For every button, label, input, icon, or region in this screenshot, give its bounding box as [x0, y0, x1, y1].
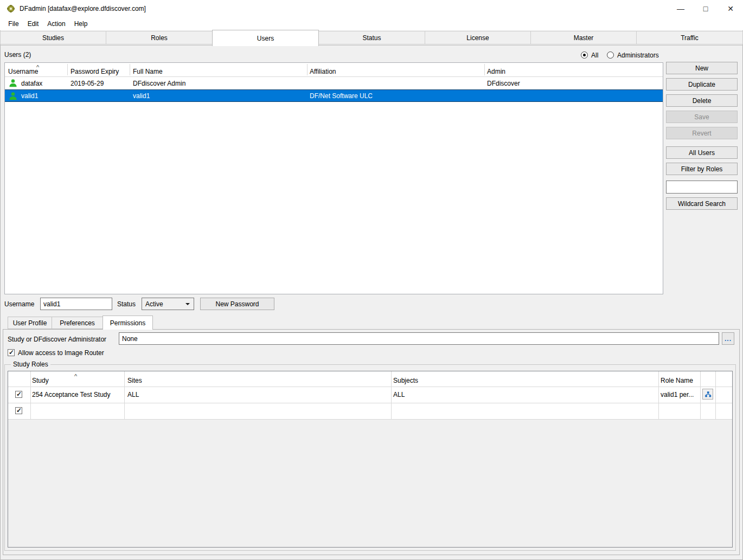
tab-users[interactable]: Users — [212, 30, 319, 46]
col-header-password-expiry[interactable]: Password Expiry — [71, 68, 119, 75]
username-label: Username — [4, 300, 34, 308]
tab-studies[interactable]: Studies — [0, 31, 106, 44]
status-selected-value: Active — [145, 300, 163, 308]
cell-full-name: DFdiscover Admin — [133, 80, 185, 87]
tab-master[interactable]: Master — [530, 31, 637, 44]
study-roles-group-label: Study Roles — [11, 361, 50, 368]
wildcard-search-button[interactable]: Wildcard Search — [666, 197, 738, 210]
col-header-role-name[interactable]: Role Name — [661, 377, 693, 384]
sort-ascending-icon — [74, 372, 77, 380]
table-row-valid1-selected[interactable]: valid1 valid1 DF/Net Software ULC — [5, 89, 663, 102]
cell-full-name: valid1 — [133, 92, 150, 100]
table-row-datafax[interactable]: datafax 2019-05-29 DFdiscover Admin DFdi… — [5, 77, 663, 89]
users-table: Username Password Expiry Full Name Affil… — [4, 62, 663, 294]
image-router-checkbox[interactable] — [8, 349, 15, 356]
browse-admin-button[interactable]: ... — [722, 332, 734, 345]
study-admin-label: Study or DFdiscover Administrator — [8, 336, 106, 343]
role-hierarchy-icon[interactable] — [702, 389, 713, 400]
filter-all-label[interactable]: All — [591, 52, 598, 59]
tab-strip-line — [0, 45, 743, 46]
wildcard-search-input[interactable] — [666, 181, 738, 194]
menu-help[interactable]: Help — [71, 19, 91, 29]
cell-sites: ALL — [127, 391, 139, 398]
all-users-button[interactable]: All Users — [666, 146, 738, 159]
username-input[interactable] — [40, 298, 112, 310]
delete-button[interactable]: Delete — [666, 94, 738, 107]
study-roles-table: Study Sites Subjects Role Name 254 Accep… — [8, 371, 733, 548]
col-header-full-name[interactable]: Full Name — [133, 68, 163, 75]
study-role-row[interactable] — [8, 403, 732, 419]
role-enabled-checkbox[interactable] — [15, 407, 22, 414]
col-header-affiliation[interactable]: Affiliation — [310, 68, 336, 75]
menu-bar — [0, 17, 743, 30]
minimize-button[interactable]: — — [668, 0, 693, 17]
menu-action[interactable]: Action — [43, 19, 69, 29]
maximize-button[interactable]: □ — [693, 0, 718, 17]
col-header-username[interactable]: Username — [8, 68, 38, 75]
window-title: DFadmin [datafax@explore.dfdiscover.com] — [20, 5, 146, 12]
user-icon — [9, 79, 17, 87]
app-window: DFadmin [datafax@explore.dfdiscover.com]… — [0, 0, 743, 560]
chevron-down-icon — [185, 303, 190, 307]
image-router-label[interactable]: Allow access to Image Router — [18, 349, 104, 357]
cell-admin: DFdiscover — [487, 80, 520, 87]
cell-affiliation: DF/Net Software ULC — [310, 92, 373, 100]
new-button[interactable]: New — [666, 62, 738, 74]
col-header-study[interactable]: Study — [32, 377, 49, 384]
filter-administrators-radio[interactable] — [607, 52, 614, 59]
user-icon — [9, 92, 17, 100]
new-password-button[interactable]: New Password — [200, 298, 274, 310]
revert-button: Revert — [666, 127, 738, 139]
menu-edit[interactable]: Edit — [24, 19, 42, 29]
status-dropdown[interactable]: Active — [142, 298, 194, 310]
cell-subjects: ALL — [393, 391, 405, 398]
cell-study: 254 Acceptance Test Study — [32, 391, 111, 398]
title-bar: DFadmin [datafax@explore.dfdiscover.com]… — [0, 0, 743, 17]
tab-status[interactable]: Status — [318, 31, 425, 44]
col-header-sites[interactable]: Sites — [127, 377, 142, 384]
col-header-subjects[interactable]: Subjects — [393, 377, 418, 384]
save-button: Save — [666, 111, 738, 123]
users-table-header: Username Password Expiry Full Name Affil… — [5, 63, 663, 76]
app-icon — [7, 4, 15, 13]
tab-roles[interactable]: Roles — [106, 31, 213, 44]
role-enabled-checkbox[interactable] — [15, 391, 22, 398]
filter-all-radio[interactable] — [581, 52, 588, 59]
study-admin-input[interactable] — [119, 332, 719, 345]
cell-username: datafax — [21, 80, 42, 87]
cell-role-name: valid1 per... — [661, 391, 694, 398]
col-header-admin[interactable]: Admin — [487, 68, 505, 75]
tab-license[interactable]: License — [425, 31, 531, 44]
cell-password-expiry: 2019-05-29 — [71, 80, 104, 87]
status-label: Status — [117, 300, 136, 308]
filter-administrators-label[interactable]: Administrators — [617, 52, 659, 59]
menu-file[interactable]: File — [4, 19, 23, 29]
users-count-heading: Users (2) — [4, 51, 31, 59]
cell-username: valid1 — [21, 92, 38, 100]
duplicate-button[interactable]: Duplicate — [666, 78, 738, 91]
tab-preferences[interactable]: Preferences — [52, 317, 103, 329]
study-role-row[interactable]: 254 Acceptance Test Study ALL ALL valid1… — [8, 387, 732, 403]
tab-traffic[interactable]: Traffic — [636, 31, 743, 44]
close-button[interactable]: ✕ — [718, 0, 743, 17]
tab-permissions[interactable]: Permissions — [103, 316, 153, 330]
tab-user-profile[interactable]: User Profile — [8, 317, 52, 329]
filter-by-roles-button[interactable]: Filter by Roles — [666, 163, 738, 175]
